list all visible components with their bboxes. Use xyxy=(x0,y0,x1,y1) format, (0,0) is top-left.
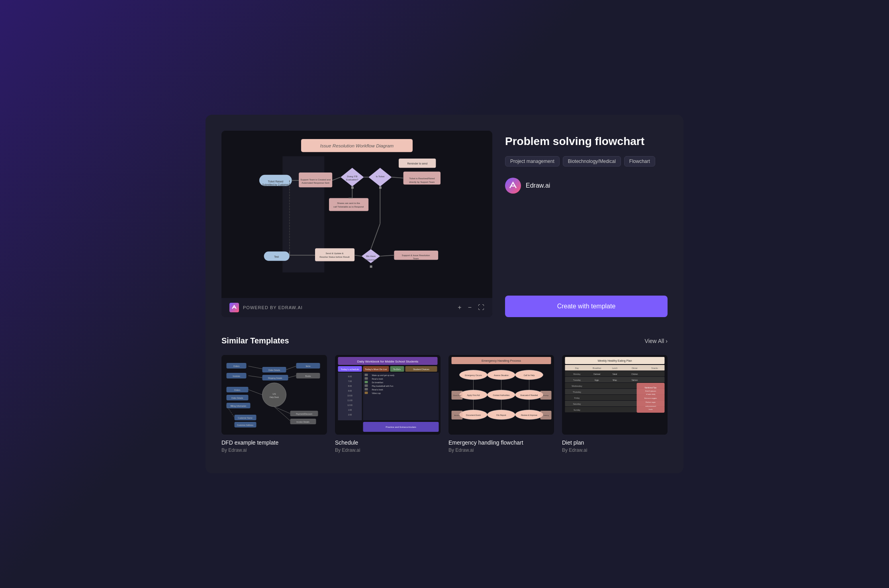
svg-text:Shares are sent to the: Shares are sent to the xyxy=(337,202,360,204)
svg-text:Lunch: Lunch xyxy=(612,367,618,369)
template-name-diet: Diet plan xyxy=(562,439,668,446)
svg-text:Wrap: Wrap xyxy=(613,379,617,381)
svg-text:Shipping Details: Shipping Details xyxy=(268,377,282,379)
zoom-in-button[interactable]: + xyxy=(458,304,461,311)
svg-text:Test: Test xyxy=(274,255,279,258)
diagram-preview: Issue Resolution Workflow Diagram Ticket… xyxy=(221,131,492,298)
svg-rect-110 xyxy=(365,374,368,376)
powered-by-text: POWERED BY EDRAW.AI xyxy=(243,305,303,310)
svg-text:and processed: and processed xyxy=(645,405,656,407)
template-card-schedule[interactable]: Daily Workbook for Middle School Student… xyxy=(335,355,441,453)
section-header: Similar Templates View All › xyxy=(221,336,668,345)
svg-text:Assess Situation: Assess Situation xyxy=(494,374,509,376)
template-thumb-schedule: Daily Workbook for Middle School Student… xyxy=(335,355,441,435)
svg-text:Wednesday: Wednesday xyxy=(572,385,582,387)
svg-text:Drink 8 glasses: Drink 8 glasses xyxy=(645,390,656,392)
svg-text:Orders: Orders xyxy=(234,389,241,391)
svg-text:Books: Books xyxy=(305,375,311,377)
svg-text:Ticket Raised: Ticket Raised xyxy=(268,180,284,183)
svg-text:We Have: We Have xyxy=(366,255,376,257)
svg-text:Team: Team xyxy=(413,257,419,260)
svg-text:Customer Address: Customer Address xyxy=(237,424,254,426)
svg-text:10:00: 10:00 xyxy=(347,394,352,397)
svg-text:7:00: 7:00 xyxy=(348,380,352,382)
top-section: Issue Resolution Workflow Diagram Ticket… xyxy=(221,131,668,317)
svg-text:Support Team is Created and: Support Team is Created and xyxy=(300,178,331,181)
svg-text:Evacuate if Needed: Evacuate if Needed xyxy=(521,394,538,396)
svg-text:12:00: 12:00 xyxy=(347,404,352,406)
svg-rect-114 xyxy=(365,381,368,383)
svg-text:Help Desk: Help Desk xyxy=(270,396,279,398)
svg-text:2:00: 2:00 xyxy=(348,414,352,416)
similar-templates-section: Similar Templates View All › Orders Invo… xyxy=(221,336,668,453)
svg-rect-112 xyxy=(365,377,368,380)
svg-text:8:00: 8:00 xyxy=(348,385,352,387)
template-thumb-dfd: Orders Invoices Orders Order Details Bil… xyxy=(221,355,327,435)
template-card-diet[interactable]: Weekly Healthy Eating Plan Day Breakfast… xyxy=(562,355,668,453)
svg-text:Resources?: Resources? xyxy=(364,259,377,261)
diagram-title: Problem solving flowchart xyxy=(505,135,668,148)
svg-text:foods: foods xyxy=(649,408,653,410)
svg-text:Day: Day xyxy=(575,367,579,369)
svg-text:Billing Information: Billing Information xyxy=(231,405,247,407)
template-card-emergency[interactable]: Emergency Handling Process Emergency Occ… xyxy=(448,355,554,453)
svg-text:Play basketball with Fun: Play basketball with Fun xyxy=(372,385,394,387)
template-author-schedule: By Edraw.ai xyxy=(335,447,441,453)
svg-text:Nutritional Tips: Nutritional Tips xyxy=(645,387,657,389)
svg-rect-0 xyxy=(245,131,468,298)
template-thumb-emergency: Emergency Handling Process Emergency Occ… xyxy=(448,355,554,435)
svg-text:Order Details: Order Details xyxy=(231,397,243,399)
svg-text:Backup: Backup xyxy=(543,394,549,396)
svg-text:Order Details: Order Details xyxy=(268,369,280,371)
svg-text:Review & Improve: Review & Improve xyxy=(521,414,537,416)
svg-rect-116 xyxy=(365,384,368,387)
template-name-dfd: DFD example template xyxy=(221,439,327,446)
info-panel: Problem solving flowchart Project manage… xyxy=(505,131,668,317)
view-all-button[interactable]: View All › xyxy=(645,338,668,344)
svg-text:Monday: Monday xyxy=(574,373,581,375)
svg-text:Doing ITB: Doing ITB xyxy=(347,175,357,178)
fullscreen-button[interactable]: ⛶ xyxy=(478,304,484,311)
template-card-dfd[interactable]: Orders Invoices Orders Order Details Bil… xyxy=(221,355,327,453)
preview-controls: + − ⛶ xyxy=(458,304,484,311)
tag-project-management[interactable]: Project management xyxy=(505,156,560,167)
create-with-template-button[interactable]: Create with template xyxy=(505,296,668,317)
template-author-dfd: By Edraw.ai xyxy=(221,447,327,453)
svg-text:Breakfast: Breakfast xyxy=(593,367,601,369)
svg-text:call Ticketable as to Respond: call Ticketable as to Respond xyxy=(333,206,364,208)
svg-text:Orders: Orders xyxy=(233,365,240,367)
template-name-schedule: Schedule xyxy=(335,439,441,446)
svg-text:Do breakfast: Do breakfast xyxy=(372,381,384,384)
tag-flowchart[interactable]: Flowchart xyxy=(624,156,655,167)
svg-text:Snacks: Snacks xyxy=(651,367,658,369)
svg-text:11:00: 11:00 xyxy=(347,399,352,402)
svg-text:Invoice Details: Invoice Details xyxy=(296,421,309,423)
svg-text:Saturday: Saturday xyxy=(573,403,581,405)
svg-text:Items: Items xyxy=(305,365,311,367)
zoom-out-button[interactable]: − xyxy=(468,304,472,311)
svg-text:Read a book: Read a book xyxy=(372,378,384,380)
svg-text:Training: Training xyxy=(543,414,548,416)
svg-text:Invoices: Invoices xyxy=(233,375,240,377)
svg-text:Salad: Salad xyxy=(613,373,617,375)
svg-text:Dinner: Dinner xyxy=(632,367,638,369)
svg-text:Student Choices: Student Choices xyxy=(413,368,429,370)
svg-text:of water daily: of water daily xyxy=(646,393,656,395)
svg-text:Today's Must Do List: Today's Must Do List xyxy=(365,368,387,370)
svg-text:Oatmeal: Oatmeal xyxy=(593,373,600,375)
edraw-logo-footer xyxy=(229,303,239,312)
svg-text:US: US xyxy=(272,393,276,395)
svg-text:Is Ticket: Is Ticket xyxy=(376,175,385,178)
tag-biotech[interactable]: Biotechnology/Medical xyxy=(563,156,621,167)
svg-text:Salmon: Salmon xyxy=(632,379,638,381)
svg-text:Contact Authorities: Contact Authorities xyxy=(493,394,510,396)
svg-text:Archive: Archive xyxy=(454,414,460,416)
svg-text:Reminder to send: Reminder to send xyxy=(407,162,427,165)
svg-text:Tuesday: Tuesday xyxy=(573,379,581,381)
svg-rect-118 xyxy=(365,388,368,390)
svg-text:Wake up and get up early: Wake up and get up early xyxy=(372,374,395,376)
template-author-diet: By Edraw.ai xyxy=(562,447,668,453)
svg-text:directly by Support Team: directly by Support Team xyxy=(409,181,435,183)
svg-rect-25 xyxy=(315,248,354,261)
svg-text:1:00: 1:00 xyxy=(348,409,352,411)
